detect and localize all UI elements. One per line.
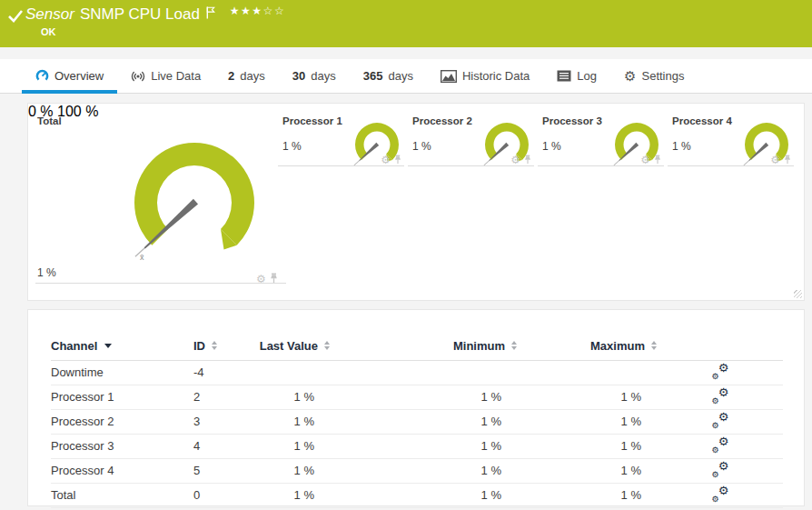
average-marker: x̄ [140,253,144,262]
channels-panel: Channel ID Last Value Minimum Maximum Do… [27,309,805,506]
gauge-scale-max: 100 % [57,104,98,119]
channel-id: 0 [193,483,257,507]
gauge-title: Total [37,115,62,126]
channel-minimum: 1 % [330,409,517,434]
flag-icon[interactable] [206,6,215,23]
channel-id: 5 [193,458,257,483]
channel-settings-gear-icon[interactable]: ⚙ [510,155,520,165]
gauge-title: Processor 1 [282,115,342,126]
status-ok-check-icon [8,10,23,26]
tab-log[interactable]: Log [543,59,610,93]
gauge-cell-processor-4: Processor 4 1 % ⚙ [668,104,794,181]
column-header-maximum[interactable]: Maximum [517,332,657,360]
tab-label: days [388,69,412,83]
panel-resize-handle[interactable] [794,290,802,298]
tab-historic-data[interactable]: Historic Data [427,59,543,93]
gauge-cell-divider [538,165,664,166]
gauges-panel: Total x̄ 0 % 100 % 1 % ⚙ Processor 1 [27,103,805,301]
sort-icon [212,341,217,350]
table-row: Processor 2 3 1 % 1 % 1 % ⚙⚙ [51,409,783,434]
table-row: Processor 3 4 1 % 1 % 1 % ⚙⚙ [51,434,783,458]
tab-label: Overview [54,69,104,83]
tab-label: Historic Data [462,69,530,83]
channel-minimum: 1 % [330,434,517,458]
column-header-channel[interactable]: Channel [51,332,193,360]
gauge-cell-processor-1: Processor 1 1 % ⚙ [278,104,404,181]
channel-id: -4 [193,360,257,385]
gauge-cell-divider [408,165,534,166]
channel-maximum [517,360,657,385]
pin-icon[interactable] [270,271,278,287]
tab-overview[interactable]: Overview [22,59,117,93]
channel-settings-gears-icon[interactable]: ⚙⚙ [711,462,729,476]
channel-settings-gears-icon[interactable]: ⚙⚙ [711,364,729,378]
channel-last-value: 1 % [257,434,330,458]
channel-maximum: 1 % [517,434,657,458]
sensor-name: SNMP CPU Load [80,5,200,24]
channel-minimum: 1 % [330,483,517,507]
sensor-status: OK [41,26,56,37]
tab-live-data[interactable]: Live Data [117,59,214,93]
channel-minimum: 1 % [330,385,517,409]
tab-label: days [311,69,335,83]
column-header-minimum[interactable]: Minimum [330,332,517,360]
gauge-cell-divider [35,283,286,284]
channel-settings-gears-icon[interactable]: ⚙⚙ [711,486,729,501]
sensor-tabbar: Overview Live Data 2 days 30 days 365 da… [0,59,812,94]
channel-last-value: 1 % [257,385,330,409]
live-data-icon [131,69,145,84]
area-chart-icon [441,70,457,83]
channel-name: Processor 2 [51,409,193,434]
channel-settings-gear-icon[interactable]: ⚙ [770,155,780,165]
channel-maximum: 1 % [517,483,657,507]
gauge-value: 1 % [542,140,561,153]
channel-settings-gears-icon[interactable]: ⚙⚙ [711,413,729,427]
gauge-cell-processor-3: Processor 3 1 % ⚙ [538,104,664,181]
channel-id: 2 [193,385,257,409]
channels-table: Channel ID Last Value Minimum Maximum Do… [51,332,783,508]
channel-last-value: 1 % [257,458,330,483]
tab-number: 365 [363,69,383,83]
channel-id: 3 [193,409,257,434]
channel-minimum [330,360,517,385]
gauge-title: Processor 3 [542,115,602,126]
tab-number: 2 [228,69,234,83]
gauge-cell-divider [668,165,794,166]
channel-settings-gear-icon[interactable]: ⚙ [381,155,391,165]
sort-desc-icon [104,344,112,348]
channel-settings-gear-icon[interactable]: ⚙ [640,155,650,165]
table-row: Downtime -4 ⚙⚙ [51,360,783,385]
sort-icon [651,341,657,350]
channel-name: Processor 3 [51,434,193,458]
channel-name: Processor 4 [51,458,193,483]
column-header-id[interactable]: ID [193,332,257,360]
channel-settings-gears-icon[interactable]: ⚙⚙ [711,388,729,403]
column-header-last-value[interactable]: Last Value [257,332,330,360]
gauge-title: Processor 4 [672,115,732,126]
gauge-value: 1 % [672,140,691,153]
gauge-value: 1 % [37,266,56,279]
sort-icon [511,341,517,350]
table-row: Total 0 1 % 1 % 1 % ⚙⚙ [51,483,783,507]
channel-settings-gears-icon[interactable]: ⚙⚙ [711,437,729,452]
tab-365-days[interactable]: 365 days [350,59,427,93]
prtg-sensor-page: Sensor SNMP CPU Load ★★★☆☆ OK Overview L… [0,0,812,510]
channel-last-value: 1 % [257,483,330,507]
table-row: Processor 4 5 1 % 1 % 1 % ⚙⚙ [51,458,783,483]
table-header-row: Channel ID Last Value Minimum Maximum [51,332,783,360]
tab-30-days[interactable]: 30 days [279,59,350,93]
sensor-title-line: Sensor SNMP CPU Load ★★★☆☆ [25,5,285,24]
gauge-icon [35,69,49,83]
gauge-cell-icons: ⚙ [256,271,278,287]
table-row: Processor 1 2 1 % 1 % 1 % ⚙⚙ [51,385,783,409]
tab-settings[interactable]: ⚙ Settings [610,59,698,93]
channel-name: Downtime [51,360,193,385]
channel-name: Total [51,483,193,507]
tab-label: Live Data [151,69,201,83]
channel-last-value: 1 % [257,409,330,434]
channel-minimum: 1 % [330,458,517,483]
priority-stars[interactable]: ★★★☆☆ [230,5,285,17]
gauge-cell-processor-2: Processor 2 1 % ⚙ [408,104,534,181]
channel-maximum: 1 % [517,409,657,434]
tab-2-days[interactable]: 2 days [214,59,279,93]
